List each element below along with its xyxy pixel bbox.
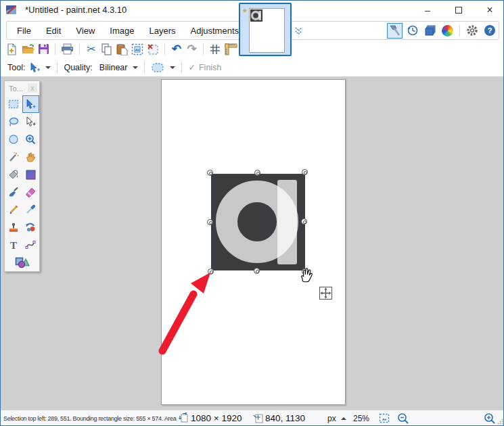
new-file-button[interactable] <box>6 42 18 56</box>
layers-icon <box>424 24 436 37</box>
resize-grip[interactable] <box>497 419 503 425</box>
selection-style-caret[interactable] <box>170 66 175 69</box>
print-button[interactable] <box>61 42 74 56</box>
cursor-position-indicator: 840, 1130 <box>253 412 305 423</box>
deselect-button[interactable] <box>147 42 159 56</box>
app-icon <box>5 4 18 16</box>
toggle-grid-button[interactable] <box>209 42 221 56</box>
maximize-button[interactable] <box>447 1 470 20</box>
tool-eraser[interactable] <box>22 183 39 201</box>
tool-recolor[interactable] <box>22 218 39 236</box>
tool-move-selection[interactable] <box>22 113 39 131</box>
move-tool-icon <box>29 62 40 73</box>
divider <box>79 43 80 55</box>
selection-handle-top-left[interactable] <box>207 170 213 176</box>
menu-view[interactable]: View <box>68 26 102 36</box>
menu-image[interactable]: Image <box>102 26 141 36</box>
thumbnail-logo <box>250 9 262 22</box>
menu-file[interactable]: File <box>9 26 39 36</box>
quality-dropdown-caret[interactable] <box>133 66 138 69</box>
scissors-icon: ✂ <box>87 43 95 55</box>
zoom-to-window-button[interactable] <box>378 412 390 424</box>
copy-button[interactable] <box>101 42 113 56</box>
zoom-in-button[interactable] <box>484 412 496 425</box>
tool-pan[interactable] <box>22 148 39 166</box>
tool-line-curve[interactable] <box>22 236 39 254</box>
save-button[interactable] <box>38 42 50 56</box>
tool-text[interactable]: T <box>5 236 22 254</box>
toggle-rulers-button[interactable] <box>225 42 237 56</box>
selection-handle-middle-right[interactable] <box>301 218 307 224</box>
unsaved-badge: * <box>243 6 247 18</box>
divider <box>57 62 58 73</box>
image-size-value: 1080 × 1920 <box>191 413 242 423</box>
quality-value[interactable]: Bilinear <box>99 63 128 72</box>
menu-adjustments[interactable]: Adjustments <box>183 26 246 36</box>
magic-wand-icon <box>8 151 19 162</box>
tools-palette-titlebar[interactable]: To... x <box>5 81 39 95</box>
tool-clone-stamp[interactable] <box>5 218 22 236</box>
selection-handle-middle-left[interactable] <box>207 219 213 225</box>
tool-pencil[interactable] <box>5 201 22 218</box>
save-floppy-icon <box>38 43 49 55</box>
cut-button[interactable]: ✂ <box>85 42 97 56</box>
selection-handle-bottom-middle[interactable] <box>254 268 260 274</box>
tool-rectangle-select[interactable] <box>5 95 22 113</box>
unit-selector[interactable]: px <box>327 414 346 423</box>
move-selection-icon <box>25 116 36 127</box>
tool-ellipse-select[interactable] <box>5 131 22 148</box>
tool-gradient[interactable] <box>22 166 39 183</box>
open-file-button[interactable] <box>22 42 35 56</box>
tool-dropdown-caret[interactable] <box>45 66 51 69</box>
check-icon: ✓ <box>188 62 195 72</box>
close-button[interactable]: × <box>478 1 501 20</box>
deselect-icon <box>147 43 159 55</box>
paintbrush-icon <box>8 187 19 197</box>
grid-icon <box>210 44 221 55</box>
selection-style-icon[interactable] <box>151 62 164 73</box>
copy-icon <box>101 43 112 55</box>
tool-lasso-select[interactable] <box>5 113 22 131</box>
new-file-icon <box>6 43 18 55</box>
tools-window-button[interactable] <box>387 23 403 39</box>
selection-handle-top-middle[interactable] <box>254 170 260 176</box>
tool-color-picker[interactable] <box>22 201 39 218</box>
settings-button[interactable] <box>464 23 480 39</box>
color-picker-icon <box>25 204 36 215</box>
zoom-out-icon <box>397 412 409 425</box>
zoom-out-button[interactable] <box>397 412 409 425</box>
undo-button[interactable]: ↶ <box>170 42 183 56</box>
layers-window-button[interactable] <box>422 23 438 39</box>
finish-button[interactable]: ✓ Finish <box>188 62 221 72</box>
tools-palette-close-button[interactable]: x <box>28 83 37 93</box>
unit-value: px <box>327 414 336 423</box>
gradient-icon <box>26 170 36 180</box>
recolor-icon <box>25 222 36 233</box>
menu-edit[interactable]: Edit <box>39 26 68 36</box>
tool-move-selected-pixels[interactable] <box>22 95 39 113</box>
finish-label: Finish <box>199 63 221 72</box>
crop-to-selection-button[interactable] <box>131 42 143 56</box>
paste-button[interactable] <box>116 42 129 56</box>
selection-info-text: Selection top left: 289, 551. Bounding r… <box>3 415 177 422</box>
history-window-button[interactable] <box>405 23 420 39</box>
tab-list-chevron-icon[interactable] <box>294 26 304 36</box>
cursor-position-value: 840, 1130 <box>265 413 305 423</box>
redo-button[interactable]: ↷ <box>186 42 198 56</box>
selection-handle-top-right[interactable] <box>302 169 308 175</box>
print-icon <box>61 43 74 55</box>
tool-magic-wand[interactable] <box>5 148 22 166</box>
tool-paint-bucket[interactable] <box>5 166 22 183</box>
tool-shapes[interactable] <box>14 254 30 271</box>
menu-layers[interactable]: Layers <box>141 26 183 36</box>
history-clock-icon <box>407 24 419 37</box>
divider <box>164 43 165 55</box>
tool-zoom[interactable] <box>22 131 39 148</box>
colors-window-button[interactable] <box>440 23 455 39</box>
tool-paintbrush[interactable] <box>5 183 22 201</box>
image-tab[interactable]: * <box>239 3 292 56</box>
help-button[interactable]: ? <box>482 23 497 39</box>
zoom-tool-icon <box>25 134 36 145</box>
paintnet-window: *Untitled - paint.net 4.3.10 – × File Ed… <box>0 0 504 426</box>
minimize-button[interactable]: – <box>416 1 439 20</box>
